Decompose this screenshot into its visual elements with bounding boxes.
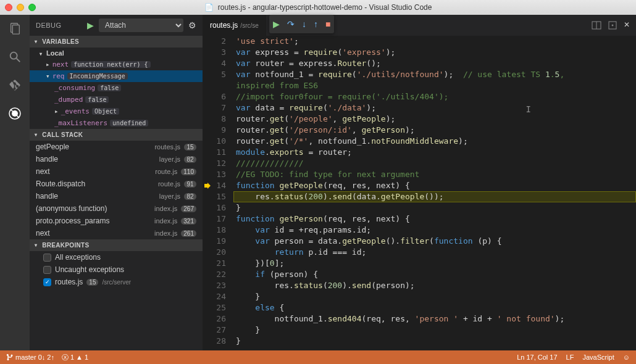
checkbox[interactable] [43, 266, 51, 274]
feedback-icon[interactable]: ☺ [623, 354, 630, 361]
step-out-button[interactable]: ↑ [314, 19, 318, 29]
language-status[interactable]: JavaScript [582, 354, 614, 361]
window-title: 📄 routes.js - angular-typescript-hottowe… [0, 3, 636, 12]
debug-toolbar: ▶ ↷ ↓ ↑ ■ [269, 15, 334, 33]
variables-section-header[interactable]: VARIABLES [30, 36, 203, 48]
step-into-button[interactable]: ↓ [302, 19, 306, 29]
variable-row[interactable]: _dumped false [30, 94, 203, 105]
current-line-arrow-icon [204, 182, 211, 189]
svg-point-2 [10, 52, 17, 59]
window-controls [5, 4, 36, 11]
error-icon: ⓧ [62, 353, 69, 362]
svg-rect-1 [12, 25, 19, 35]
tab-routes-js[interactable]: routes.js /src/se [203, 15, 267, 36]
variable-row[interactable]: ▸ _events Object [30, 105, 203, 117]
file-icon: 📄 [204, 3, 214, 12]
tab-bar: routes.js /src/se ▶ ↷ ↓ ↑ ■ ✕ [203, 15, 636, 36]
checkbox[interactable] [43, 254, 51, 262]
git-branch-status[interactable]: master 0↓ 2↑ [6, 354, 54, 361]
explorer-icon[interactable] [6, 20, 23, 37]
maximize-window-button[interactable] [28, 4, 36, 11]
svg-marker-11 [204, 183, 211, 189]
svg-line-3 [17, 59, 20, 62]
svg-point-10 [612, 25, 613, 26]
activity-bar [0, 15, 30, 350]
code-editor[interactable]: 2345678910111213141516171819202122232425… [203, 36, 636, 350]
search-icon[interactable] [6, 48, 23, 65]
stack-frame[interactable]: nextroute.js110 [30, 165, 203, 178]
step-over-button[interactable]: ↷ [287, 19, 295, 29]
editor-area: routes.js /src/se ▶ ↷ ↓ ↑ ■ ✕ 23456 [203, 15, 636, 350]
debug-settings-icon[interactable]: ⚙ [188, 20, 197, 30]
git-icon[interactable] [6, 77, 23, 94]
callstack-section-header[interactable]: CALL STACK [30, 129, 203, 141]
stack-frame[interactable]: nextindex.js261 [30, 227, 203, 239]
breakpoint-row[interactable]: All exceptions [30, 251, 203, 263]
editor-actions: ✕ [592, 20, 636, 30]
continue-button[interactable]: ▶ [273, 19, 280, 29]
variable-row[interactable]: ▾ req IncomingMessage [30, 70, 203, 82]
variable-row[interactable]: _consuming false [30, 82, 203, 94]
debug-icon[interactable] [6, 105, 23, 122]
debug-sidebar: DEBUG ▶ Attach ⚙ VARIABLES Local ▸ next … [30, 15, 203, 350]
breakpoint-row[interactable]: ✓routes.js15/src/server [30, 276, 203, 288]
svg-point-6 [12, 110, 18, 117]
stack-frame[interactable]: (anonymous function)index.js267 [30, 202, 203, 215]
debug-label: DEBUG [36, 22, 62, 29]
stop-button[interactable]: ■ [325, 19, 330, 29]
stack-frame[interactable]: getPeopleroutes.js15 [30, 141, 203, 153]
stack-frame[interactable]: handlelayer.js82 [30, 190, 203, 202]
title-bar: 📄 routes.js - angular-typescript-hottowe… [0, 0, 636, 15]
breakpoint-row[interactable]: Uncaught exceptions [30, 263, 203, 276]
split-editor-icon[interactable] [592, 20, 601, 30]
variable-row[interactable]: _maxListeners undefined [30, 117, 203, 129]
breakpoints-section-header[interactable]: BREAKPOINTS [30, 239, 203, 251]
more-actions-icon[interactable] [608, 20, 617, 30]
scope-local[interactable]: Local [30, 48, 203, 59]
debug-config-select[interactable]: Attach [99, 19, 183, 32]
close-window-button[interactable] [5, 4, 12, 11]
stack-frame[interactable]: Route.dispatchroute.js91 [30, 178, 203, 190]
minimize-window-button[interactable] [17, 4, 24, 11]
eol-status[interactable]: LF [566, 354, 574, 361]
variable-row[interactable]: ▸ next function next(err) { [30, 59, 203, 70]
close-editor-icon[interactable]: ✕ [624, 20, 630, 30]
warning-icon: ▲ [76, 354, 83, 361]
stack-frame[interactable]: handlelayer.js82 [30, 153, 203, 165]
stack-frame[interactable]: proto.process_paramsindex.js321 [30, 215, 203, 227]
start-debug-button[interactable]: ▶ [87, 20, 94, 30]
checkbox[interactable]: ✓ [43, 278, 51, 286]
status-bar: master 0↓ 2↑ ⓧ1 ▲1 Ln 17, Col 17 LF Java… [0, 350, 636, 364]
debug-header: DEBUG ▶ Attach ⚙ [30, 15, 203, 36]
text-cursor-icon: 𝙸 [526, 104, 531, 115]
problems-status[interactable]: ⓧ1 ▲1 [62, 353, 88, 362]
cursor-position-status[interactable]: Ln 17, Col 17 [517, 354, 557, 361]
